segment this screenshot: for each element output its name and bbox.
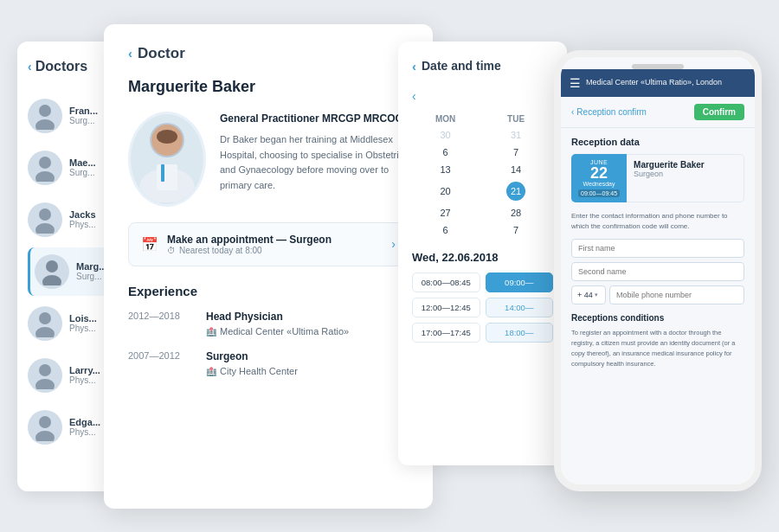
phone-input-row: + 44 ▾: [571, 285, 744, 304]
exp-role-2: Surgeon: [206, 350, 298, 362]
reception-doctor-name: Marguerite Baker: [634, 160, 737, 170]
time-row-1: 08:00—08:45 09:00—: [412, 272, 553, 292]
doctor-spec-1: Surg...: [69, 116, 98, 125]
doctor-photo: [128, 112, 206, 207]
avatar-5: [28, 306, 62, 341]
svg-point-12: [39, 416, 51, 428]
building-icon-1: 🏥: [206, 327, 216, 337]
reception-back-label: Reception confirm: [576, 107, 647, 117]
back-chevron-icon: ‹: [28, 60, 32, 74]
doctor-spec-5: Phys...: [69, 324, 97, 333]
avatar-7: [28, 410, 62, 445]
time-slot-1700[interactable]: 17:00—17:45: [412, 323, 480, 343]
phone-prefix[interactable]: + 44 ▾: [571, 285, 606, 304]
experience-title: Experience: [128, 284, 409, 298]
cal-day-7a[interactable]: 7: [479, 144, 553, 161]
reception-card: JUNE 22 Wednesday 09:00—09:45 Marguerite…: [571, 154, 744, 202]
cal-day-6a[interactable]: 6: [412, 144, 479, 161]
datetime-panel: ‹ Date and time ‹ MON TUE 30 31: [398, 42, 567, 465]
svg-point-8: [39, 312, 51, 324]
conditions-title: Receptions conditions: [571, 313, 744, 323]
doctor-name-2: Mae...: [69, 157, 96, 168]
doctor-detail-panel: ‹ Doctor Marguerite Baker: [104, 24, 433, 509]
reception-info: Marguerite Baker Surgeon: [627, 154, 744, 202]
phone-header: ☰ Medical Center «Ultima Ratio», London: [561, 69, 755, 97]
doctor-spec-6: Phys...: [69, 375, 100, 385]
hamburger-icon[interactable]: ☰: [570, 76, 581, 90]
appointment-bar[interactable]: 📅 Make an appointment — Surgeon ⏱ Neares…: [128, 222, 409, 266]
avatar-2: [28, 151, 62, 185]
doctor-bio: General Practitioner MRCGP MRCOG Dr Bake…: [220, 112, 409, 207]
time-slot-1200[interactable]: 12:00—12:45: [412, 298, 480, 317]
reception-doctor-spec: Surgeon: [634, 170, 737, 178]
cal-day-20[interactable]: 20: [412, 178, 479, 204]
calendar-icon: 📅: [141, 236, 158, 253]
datetime-panel-nav[interactable]: ‹ Date and time: [412, 59, 553, 74]
time-row-3: 17:00—17:45 18:00—: [412, 323, 553, 343]
svg-point-0: [39, 105, 51, 117]
svg-point-2: [39, 157, 51, 169]
cal-day-7b[interactable]: 7: [479, 221, 553, 239]
doctor-back-chevron-icon: ‹: [128, 46, 132, 61]
doctor-spec-4: Surg...: [76, 272, 106, 281]
doctor-panel-nav[interactable]: ‹ Doctor: [128, 45, 409, 62]
reception-back-chevron-icon: ‹: [571, 107, 574, 117]
time-slot-0800[interactable]: 08:00—08:45: [412, 272, 480, 292]
time-slots: 08:00—08:45 09:00— 12:00—12:45 14:00— 17…: [412, 272, 553, 343]
time-slot-0900[interactable]: 09:00—: [486, 272, 554, 292]
doctor-spec-2: Surg...: [69, 168, 96, 177]
cal-day-27[interactable]: 27: [412, 204, 479, 221]
datetime-panel-title: Date and time: [422, 59, 501, 73]
cal-day-21-selected[interactable]: 21: [479, 178, 553, 204]
conditions-text: To register an appointment with a doctor…: [571, 328, 744, 369]
badge-day: 22: [578, 165, 620, 181]
building-icon-2: 🏥: [206, 367, 216, 376]
reception-back-button[interactable]: ‹ Reception confirm: [571, 107, 647, 117]
first-name-input[interactable]: [571, 239, 744, 258]
exp-years-2: 2007—2012: [128, 350, 189, 376]
svg-point-13: [35, 431, 55, 441]
appointment-label: Make an appointment — Surgeon: [167, 234, 332, 246]
phone-subheader: ‹ Reception confirm Confirm: [561, 97, 755, 128]
phone-content: Reception data JUNE 22 Wednesday 09:00—0…: [561, 128, 755, 484]
time-row-2: 12:00—12:45 14:00—: [412, 298, 553, 317]
doctor-name-4: Marg...: [76, 261, 106, 272]
mobile-phone-input[interactable]: [609, 285, 744, 304]
calendar-grid: MON TUE 30 31 6 7 13 14: [412, 112, 553, 239]
second-name-input[interactable]: [571, 262, 744, 281]
svg-rect-20: [161, 164, 164, 182]
exp-place-2: 🏥 City Health Center: [206, 366, 298, 376]
doctor-name-5: Lois...: [69, 313, 97, 324]
experience-item-2: 2007—2012 Surgeon 🏥 City Health Center: [128, 350, 409, 376]
cal-header-tue: TUE: [479, 112, 553, 126]
appointment-sublabel: ⏱ Nearest today at 8:00: [167, 246, 332, 255]
cal-day-6b[interactable]: 6: [412, 221, 479, 239]
doctor-spec-7: Phys...: [69, 427, 100, 437]
cal-day-13[interactable]: 13: [412, 161, 479, 178]
prefix-dropdown-icon: ▾: [595, 292, 598, 298]
cal-header-mon: MON: [412, 112, 479, 126]
doctor-panel-title: Doctor: [138, 45, 185, 62]
cal-day-28[interactable]: 28: [479, 204, 553, 221]
svg-point-1: [35, 119, 55, 130]
badge-weekday: Wednesday: [578, 181, 620, 187]
appointment-arrow-icon: ›: [391, 237, 396, 251]
time-slot-1400[interactable]: 14:00—: [486, 298, 554, 317]
phone-frame: ☰ Medical Center «Ultima Ratio», London …: [554, 50, 762, 491]
phone-screen: ☰ Medical Center «Ultima Ratio», London …: [561, 57, 755, 484]
svg-rect-19: [157, 164, 177, 190]
cal-day-31[interactable]: 31: [479, 126, 553, 144]
svg-point-17: [157, 130, 177, 144]
time-slot-1800[interactable]: 18:00—: [486, 323, 554, 343]
svg-point-10: [39, 364, 51, 376]
exp-role-1: Head Physician: [206, 311, 349, 323]
cal-day-14[interactable]: 14: [479, 161, 553, 178]
doctor-description: Dr Baker began her training at Middlesex…: [220, 132, 409, 193]
cal-day-30[interactable]: 30: [412, 126, 479, 144]
cal-prev-icon[interactable]: ‹: [412, 89, 416, 103]
selected-date-display: Wed, 22.06.2018: [412, 251, 553, 264]
experience-item-1: 2012—2018 Head Physician 🏥 Medical Cente…: [128, 311, 409, 337]
confirm-button[interactable]: Confirm: [694, 104, 744, 120]
avatar-3: [28, 202, 62, 237]
appointment-bar-left: 📅 Make an appointment — Surgeon ⏱ Neares…: [141, 234, 332, 255]
